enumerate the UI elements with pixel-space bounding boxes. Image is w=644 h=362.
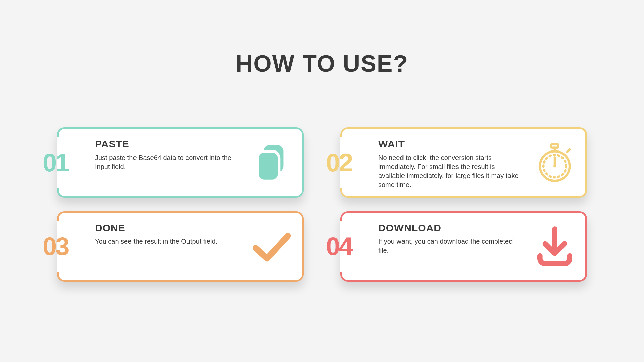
step-card-done: 03 DONE You can see the result in the Ou… [57, 211, 304, 282]
clipboard-icon [250, 141, 293, 184]
page-title: HOW TO USE? [0, 50, 644, 77]
step-description: No need to click, the conversion starts … [378, 153, 519, 189]
stopwatch-icon [533, 141, 577, 184]
step-title: DOWNLOAD [378, 222, 535, 234]
step-card-download: 04 DOWNLOAD If you want, you can downloa… [340, 211, 587, 282]
step-card-paste: 01 PASTE Just paste the Base64 data to c… [57, 127, 304, 198]
step-title: PASTE [95, 138, 252, 150]
step-title: DONE [95, 222, 252, 234]
step-card-wait: 02 WAIT No need to click, the conversion… [340, 127, 587, 198]
download-icon [533, 225, 577, 268]
step-description: Just paste the Base64 data to convert in… [95, 153, 236, 171]
svg-line-6 [567, 149, 570, 152]
svg-point-8 [553, 165, 556, 168]
check-icon [250, 225, 293, 268]
step-description: If you want, you can download the comple… [378, 237, 519, 255]
steps-grid: 01 PASTE Just paste the Base64 data to c… [57, 127, 587, 282]
step-description: You can see the result in the Output fie… [95, 237, 236, 246]
step-title: WAIT [378, 138, 535, 150]
svg-rect-1 [257, 151, 279, 181]
